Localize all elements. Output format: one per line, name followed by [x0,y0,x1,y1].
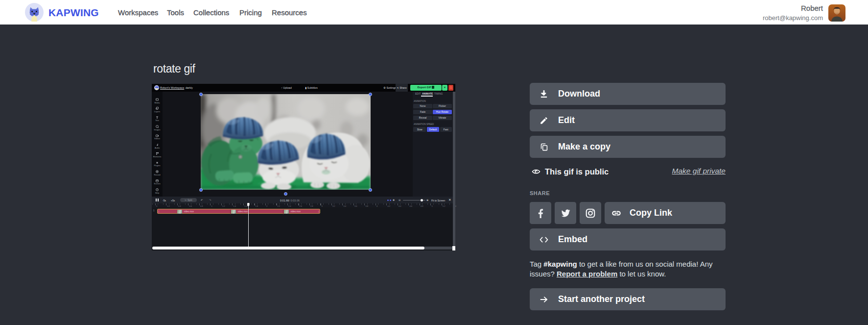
svg-text:?: ? [157,189,158,191]
